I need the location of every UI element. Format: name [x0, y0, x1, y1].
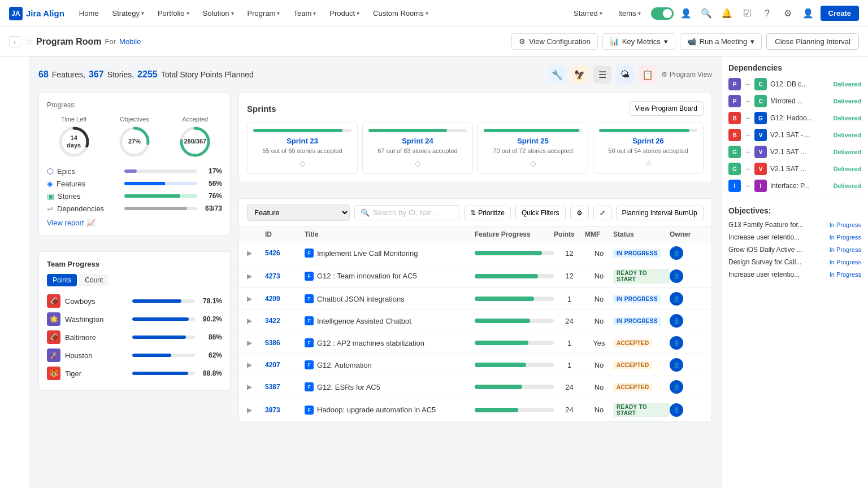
row-points: 24 — [554, 317, 585, 325]
row-id[interactable]: 3973 — [265, 406, 305, 414]
row-mmf: Yes — [585, 339, 613, 347]
sprints-section: Sprints View Program Board Sprint 23 55 … — [238, 93, 712, 182]
for-value: Mobile — [119, 37, 141, 46]
quick-filters-button[interactable]: Quick Filters — [515, 206, 566, 220]
view-config-icon: ⚙ — [519, 37, 526, 46]
status-badge: ACCEPTED — [613, 361, 652, 369]
favorite-star-icon[interactable]: ☆ — [25, 36, 33, 47]
view-icon-4[interactable]: 🌤 — [616, 66, 634, 84]
nav-toggle[interactable] — [651, 7, 674, 20]
tab-points[interactable]: Points — [47, 274, 77, 286]
row-id[interactable]: 5426 — [265, 249, 305, 257]
row-expand[interactable]: ▶ — [247, 249, 265, 257]
col-mmf: MMF — [585, 230, 613, 238]
bell-icon[interactable]: 🔔 — [719, 6, 735, 21]
feature-icon: F — [305, 360, 314, 369]
close-planning-interval-button[interactable]: Close Planning Interval — [766, 33, 859, 50]
row-expand[interactable]: ▶ — [247, 272, 265, 280]
row-progress — [475, 363, 554, 367]
feature-filter-select[interactable]: Feature — [247, 204, 350, 221]
nav-item-portfolio[interactable]: Portfolio▾ — [152, 0, 195, 27]
row-expand[interactable]: ▶ — [247, 361, 265, 369]
washington-avatar: 🌟 — [47, 312, 60, 326]
burnup-button[interactable]: Planning Interval BurnUp — [616, 206, 704, 220]
deps-bar — [124, 207, 197, 210]
cowboys-avatar: 🏈 — [47, 294, 60, 308]
expand-button[interactable]: ⤢ — [593, 206, 611, 220]
row-expand[interactable]: ▶ — [247, 317, 265, 325]
row-id[interactable]: 5387 — [265, 383, 305, 391]
view-icon-2[interactable]: 🦅 — [571, 66, 589, 84]
nav-item-strategy[interactable]: Strategy▾ — [106, 0, 149, 27]
view-report-link[interactable]: View report 📈 — [47, 219, 222, 227]
logo[interactable]: JA Jira Align — [9, 7, 64, 20]
progress-fill — [475, 297, 534, 301]
points-label: Total Story Points Planned — [161, 70, 254, 79]
row-owner: 👤 — [670, 358, 704, 372]
nav-item-items[interactable]: Items▾ — [613, 0, 646, 27]
progress-bar — [475, 319, 554, 323]
row-id[interactable]: 5386 — [265, 339, 305, 347]
nav-item-starred[interactable]: Starred▾ — [568, 0, 608, 27]
key-metrics-button[interactable]: 📊 Key Metrics ▾ — [602, 33, 675, 50]
dependencies-title: Dependencies — [728, 63, 861, 72]
help-icon[interactable]: ? — [760, 6, 775, 21]
progress-bar — [475, 341, 554, 345]
owner-avatar: 👤 — [670, 358, 683, 372]
tab-count[interactable]: Count — [79, 274, 108, 286]
nav-item-home[interactable]: Home — [73, 0, 105, 27]
row-expand[interactable]: ▶ — [247, 339, 265, 347]
for-label: For — [105, 37, 116, 46]
row-owner: 👤 — [670, 403, 704, 417]
row-owner: 👤 — [670, 380, 704, 394]
row-id[interactable]: 4209 — [265, 295, 305, 303]
deps-fill — [124, 207, 187, 210]
progress-bar — [475, 385, 554, 389]
feature-icon: F — [305, 316, 314, 325]
sprint-23-sub: 55 out of 60 stories accepted — [253, 147, 351, 154]
run-meeting-button[interactable]: 📹 Run a Meeting ▾ — [680, 33, 762, 50]
progress-items: ⬡ Epics 17% ◈ Features — [47, 167, 222, 213]
row-expand[interactable]: ▶ — [247, 295, 265, 303]
table-row: ▶ 5387 F G12: ESRs for AC5 24 No ACCEPTE… — [239, 376, 711, 398]
view-icon-3[interactable]: ☰ — [593, 66, 611, 84]
settings-button[interactable]: ⚙ — [570, 206, 589, 220]
row-expand[interactable]: ▶ — [247, 383, 265, 391]
chevron-down-icon: ▾ — [750, 37, 754, 46]
row-id[interactable]: 3422 — [265, 317, 305, 325]
objectives-circle: 27% — [118, 125, 151, 159]
nav-item-product[interactable]: Product▾ — [324, 0, 365, 27]
search-icon[interactable]: 🔍 — [698, 6, 714, 21]
view-program-board-button[interactable]: View Program Board — [629, 101, 704, 116]
team-row-cowboys: 🏈 Cowboys 78.1% — [47, 292, 222, 310]
create-button[interactable]: Create — [821, 6, 859, 21]
row-expand[interactable]: ▶ — [247, 406, 265, 414]
row-id[interactable]: 4207 — [265, 361, 305, 369]
owner-avatar: 👤 — [670, 269, 683, 283]
profile-icon[interactable]: 👤 — [800, 6, 816, 21]
collapse-sidebar-button[interactable]: ‹ — [9, 36, 20, 47]
status-badge: ACCEPTED — [613, 383, 652, 391]
progress-bar — [475, 251, 554, 255]
dep-to-avatar: G — [754, 112, 767, 124]
view-icon-1[interactable]: 🔧 — [548, 66, 566, 84]
row-id[interactable]: 4273 — [265, 272, 305, 280]
nav-item-program[interactable]: Program▾ — [242, 0, 286, 27]
prioritize-button[interactable]: ⇅ Prioritize — [464, 206, 511, 220]
view-icon-5[interactable]: 📋 — [639, 66, 657, 84]
checkbox-icon[interactable]: ☑ — [739, 6, 755, 21]
nav-item-team[interactable]: Team▾ — [288, 0, 322, 27]
user-avatar-icon[interactable]: 👤 — [678, 6, 694, 21]
feature-icon: F — [305, 294, 314, 303]
stories-count: 367 — [89, 69, 104, 80]
dep-from-avatar: P — [728, 95, 741, 107]
stories-bar — [124, 194, 197, 198]
nav-item-solution[interactable]: Solution▾ — [197, 0, 240, 27]
dep-label: G12: DB c... — [770, 80, 830, 88]
table-body: ▶ 5426 F Implement Live Call Monitoring … — [239, 242, 711, 422]
sprints-title: Sprints — [247, 104, 276, 114]
settings-icon[interactable]: ⚙ — [780, 6, 796, 21]
nav-item-custom-rooms[interactable]: Custom Rooms▾ — [367, 0, 434, 27]
row-points: 12 — [554, 272, 585, 280]
view-configuration-button[interactable]: ⚙ View Configuration — [511, 33, 598, 50]
